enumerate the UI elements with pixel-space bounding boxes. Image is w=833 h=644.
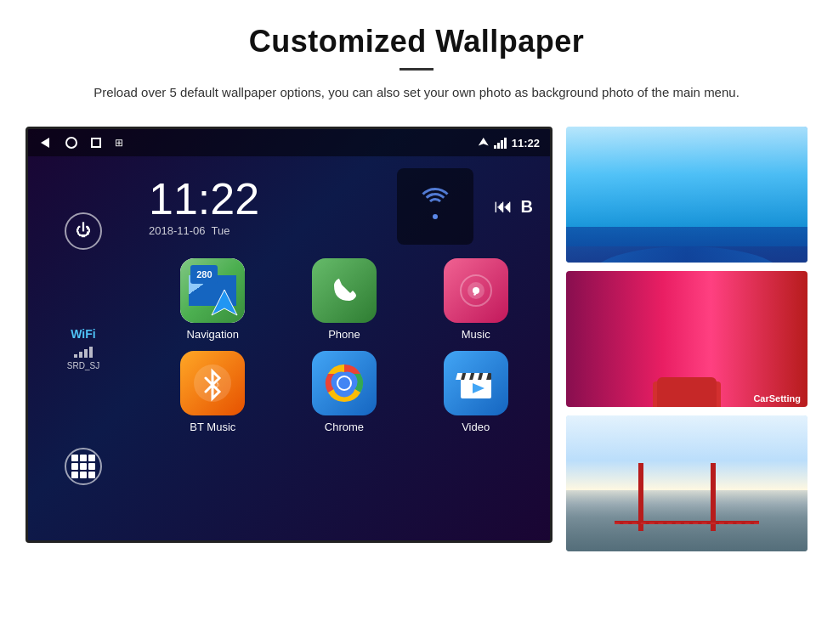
nav-shield: 280 [190, 265, 218, 284]
svg-marker-0 [212, 290, 237, 315]
power-button[interactable]: ⏻ [65, 212, 102, 250]
page-title: Customized Wallpaper [68, 24, 765, 59]
app-item-btmusic[interactable]: ♪ BT Music [152, 351, 274, 433]
media-controls: ⏮ B [487, 195, 540, 217]
android-screen: ⊞ 11:22 ⏻ WiFi [26, 127, 552, 543]
status-bar-right: 11:22 [479, 137, 540, 150]
wifi-signal-icon [494, 137, 507, 149]
clock-time: 11:22 [149, 177, 383, 221]
wallpaper-strip: CarSetting [566, 271, 808, 407]
btmusic-svg: ♪ [192, 363, 233, 404]
video-label: Video [462, 421, 490, 433]
clock-date: 2018-11-06 Tue [149, 224, 383, 237]
wallpaper-golden-gate[interactable] [566, 415, 808, 551]
carsetting-label: CarSetting [753, 393, 801, 404]
app-item-video[interactable]: Video [415, 351, 536, 433]
status-bar-left: ⊞ [38, 136, 123, 150]
chrome-app-icon [312, 351, 377, 415]
svg-point-9 [338, 377, 350, 389]
chrome-label: Chrome [325, 421, 364, 433]
wifi-radio-icon [414, 185, 456, 228]
music-svg: ♪ [456, 270, 496, 311]
navigation-label: Navigation [187, 328, 239, 341]
track-label: B [521, 197, 533, 217]
app-item-chrome[interactable]: Chrome [284, 351, 405, 433]
clock-info: 11:22 2018-11-06 Tue [149, 177, 383, 237]
page-header: Customized Wallpaper Preload over 5 defa… [0, 0, 833, 118]
video-svg [454, 361, 498, 405]
status-bar: ⊞ 11:22 [28, 129, 550, 156]
nav-arrow-icon [207, 285, 241, 319]
chrome-svg [324, 363, 365, 404]
grid-icon [71, 455, 95, 478]
wallpaper-panel: CarSetting [566, 127, 808, 551]
app-grid: 280 Navigation Pho [139, 251, 550, 440]
wifi-info: WiFi SRD_SJ [67, 327, 99, 370]
music-icon: ♪ [444, 258, 508, 323]
phone-svg [326, 272, 363, 309]
screenshot-icon[interactable]: ⊞ [115, 137, 123, 149]
app-item-phone[interactable]: Phone [284, 258, 405, 341]
apps-button[interactable] [65, 448, 102, 485]
wifi-bars [67, 344, 99, 358]
phone-label: Phone [328, 328, 360, 341]
music-label: Music [462, 328, 490, 341]
svg-text:♪: ♪ [214, 377, 220, 391]
navigation-icon: 280 [180, 258, 245, 323]
prev-track-icon[interactable]: ⏮ [494, 195, 513, 217]
title-divider [400, 68, 434, 71]
recent-icon[interactable] [91, 138, 101, 148]
clock-area: 11:22 2018-11-06 Tue ⏮ B [139, 156, 550, 251]
back-icon[interactable] [38, 136, 52, 150]
power-icon: ⏻ [76, 222, 91, 240]
status-time: 11:22 [512, 137, 540, 150]
svg-text:♪: ♪ [472, 282, 479, 299]
screen-main: 11:22 2018-11-06 Tue ⏮ B [139, 156, 550, 540]
app-item-navigation[interactable]: 280 Navigation [152, 258, 274, 341]
main-content: ⊞ 11:22 ⏻ WiFi [0, 118, 833, 551]
wifi-label: WiFi [67, 327, 99, 341]
wifi-ssid: SRD_SJ [67, 361, 99, 370]
clock-widget [397, 168, 473, 245]
left-sidebar: ⏻ WiFi SRD_SJ [28, 156, 139, 540]
wallpaper-ice-cave[interactable] [566, 127, 808, 263]
btmusic-icon: ♪ [180, 351, 245, 415]
page-description: Preload over 5 default wallpaper options… [68, 82, 765, 103]
app-item-music[interactable]: ♪ Music [415, 258, 536, 341]
gps-icon [479, 138, 489, 148]
phone-icon [312, 258, 377, 323]
home-icon[interactable] [65, 137, 77, 149]
video-icon [444, 351, 508, 415]
btmusic-label: BT Music [190, 421, 235, 433]
